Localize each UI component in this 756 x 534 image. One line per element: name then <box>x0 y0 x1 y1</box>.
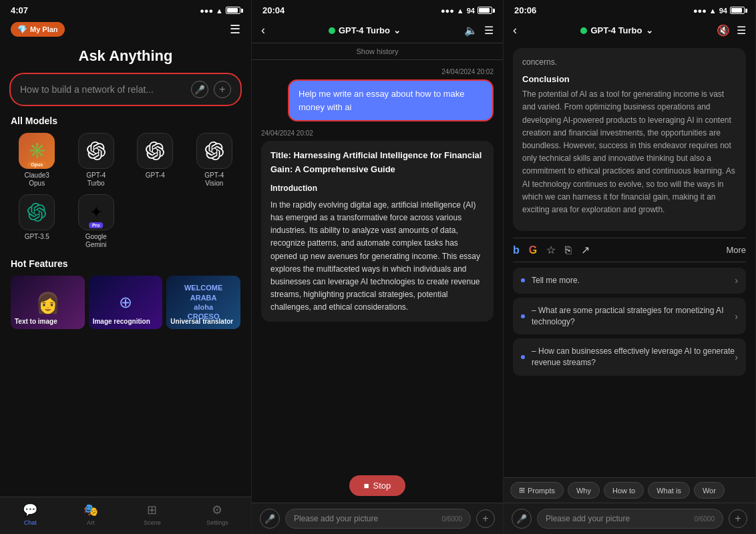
chat-count-3: 0/6000 <box>694 515 715 523</box>
prompt-chip-label-0: Prompts <box>528 487 555 495</box>
model-chevron-3: ⌄ <box>646 25 653 35</box>
feature-label-1: Text to image <box>15 318 57 325</box>
time-2: 20:04 <box>262 5 285 15</box>
chat-input-field-2[interactable]: Please add your picture 0/6000 <box>285 509 471 529</box>
claude-name: Claude3Opus <box>25 172 49 188</box>
hamburger-icon[interactable]: ☰ <box>230 22 240 37</box>
battery-level-3: 94 <box>719 7 727 15</box>
menu-icon-3[interactable]: ☰ <box>737 24 746 37</box>
nav-art-label: Art <box>87 519 95 526</box>
status-icons-3: ●●● ▲ 94 <box>693 7 745 15</box>
chat-input-bar-3: 🎤 Please add your picture 0/6000 + <box>504 503 755 534</box>
gpt35-name: GPT-3.5 <box>25 233 49 241</box>
suggestion-2[interactable]: – What are some practical strategies for… <box>513 298 746 335</box>
prompt-chip-howto[interactable]: How to <box>604 482 644 499</box>
mic-button-3[interactable]: 🎤 <box>512 509 532 529</box>
openai-svg <box>87 142 106 160</box>
model-selector-3[interactable]: GPT-4 Turbo ⌄ <box>580 25 652 35</box>
share-icon[interactable]: ↗ <box>581 244 590 256</box>
suggestion-arrow-1: › <box>735 275 738 286</box>
nav-scene[interactable]: ⊞ Scene <box>144 503 161 526</box>
show-history[interactable]: Show history <box>252 43 503 60</box>
model-item-gpt4v[interactable]: GPT-4Vision <box>188 133 241 188</box>
nav-settings[interactable]: ⚙ Settings <box>206 503 228 526</box>
my-plan-badge[interactable]: 💎 My Plan <box>11 22 65 37</box>
prompt-chip-prompts[interactable]: ⊞ Prompts <box>510 482 564 499</box>
user-timestamp: 24/04/2024 20:02 <box>261 68 494 75</box>
gpt4t-name: GPT-4Turbo <box>86 172 106 188</box>
suggestion-1[interactable]: Tell me more. › <box>513 268 746 294</box>
nav-chat-label: Chat <box>24 519 37 526</box>
gpt4v-name: GPT-4Vision <box>204 172 224 188</box>
add-button-2[interactable]: + <box>476 509 495 528</box>
chat-input-placeholder-2: Please add your picture <box>294 514 378 523</box>
gemini-badge: Pro <box>89 222 104 228</box>
claude-icon: ✳️ Opus <box>19 133 55 169</box>
battery-level-2: 94 <box>467 7 475 15</box>
model-status-dot-3 <box>580 27 587 34</box>
suggestion-text-3: – How can businesses effectively leverag… <box>532 346 735 368</box>
models-section-title: All Models <box>0 115 251 133</box>
signal-icon-2: ●●● <box>441 7 454 15</box>
suggestion-arrow-2: › <box>735 311 738 322</box>
chat-input-placeholder-3: Please add your picture <box>546 514 630 523</box>
mic-button-2[interactable]: 🎤 <box>260 509 280 529</box>
model-selector-2[interactable]: GPT-4 Turbo ⌄ <box>329 25 401 35</box>
suggestion-dot-3 <box>521 355 525 359</box>
back-button-3[interactable]: ‹ <box>513 23 517 37</box>
add-button-3[interactable]: + <box>729 509 747 528</box>
art-nav-icon: 🎭 <box>83 503 98 517</box>
scene-nav-icon: ⊞ <box>147 503 157 517</box>
feature-label-3: Universal translator <box>170 318 233 325</box>
suggestion-3[interactable]: – How can businesses effectively leverag… <box>513 338 746 376</box>
bookmark-icon[interactable]: ☆ <box>546 244 556 256</box>
menu-icon-2[interactable]: ☰ <box>484 24 494 37</box>
ai-title: Title: Harnessing Artificial Intelligenc… <box>270 149 484 177</box>
gpt35-icon <box>19 194 55 230</box>
copy-icon[interactable]: ⎘ <box>565 244 572 256</box>
search-placeholder: How to build a network of relat... <box>20 84 186 95</box>
model-item-gpt4[interactable]: GPT-4 <box>129 133 182 188</box>
mic-button[interactable]: 🎤 <box>191 81 208 98</box>
stop-button[interactable]: ■ Stop <box>349 475 406 496</box>
prompt-chip-whatis[interactable]: What is <box>648 482 690 499</box>
prompt-chip-why[interactable]: Why <box>568 482 600 499</box>
ai-intro-heading: Introduction <box>270 182 484 195</box>
model-item-gemini[interactable]: ✦ Pro GoogleGemini <box>70 194 123 249</box>
feature-translator[interactable]: WELCOMEARABAalohaCROESO Universal transl… <box>166 276 240 329</box>
prompts-icon: ⊞ <box>519 486 525 495</box>
user-message: Help me write an essay about how to make… <box>288 79 494 121</box>
gpt4-name: GPT-4 <box>146 172 165 180</box>
nav-art[interactable]: 🎭 Art <box>83 503 98 526</box>
wifi-icon-2: ▲ <box>457 7 464 15</box>
time-1: 4:07 <box>11 5 28 15</box>
search-box[interactable]: How to build a network of relat... 🎤 + <box>9 73 242 106</box>
add-button[interactable]: + <box>214 81 231 98</box>
wifi-icon: ▲ <box>216 7 223 15</box>
model-item-gpt35[interactable]: GPT-3.5 <box>11 194 63 249</box>
chat-input-field-3[interactable]: Please add your picture 0/6000 <box>537 509 723 529</box>
prompt-chip-label-1: Why <box>576 487 591 495</box>
model-item-gpt4t[interactable]: GPT-4Turbo <box>70 133 123 188</box>
volume-icon[interactable]: 🔈 <box>464 24 478 37</box>
bing-icon[interactable]: b <box>513 244 520 256</box>
claude-badge: Opus <box>27 162 46 168</box>
model-item-claude[interactable]: ✳️ Opus Claude3Opus <box>11 133 63 188</box>
concerns-text: concerns. <box>522 56 737 69</box>
model-chevron-2: ⌄ <box>393 25 401 35</box>
conclusion-body: The potential of AI as a tool for genera… <box>522 88 737 216</box>
nav-chat[interactable]: 💬 Chat <box>23 503 37 526</box>
settings-nav-icon: ⚙ <box>212 503 222 517</box>
feature-image-recognition[interactable]: ⊕ Image recognition <box>89 276 163 329</box>
mute-icon[interactable]: 🔇 <box>717 24 730 37</box>
google-icon[interactable]: G <box>529 244 537 256</box>
suggestion-text-2: – What are some practical strategies for… <box>532 305 735 328</box>
ai-intro-text: In the rapidly evolving digital age, art… <box>270 199 484 314</box>
prompt-chip-wor[interactable]: Wor <box>694 482 725 499</box>
conclusion-heading: Conclusion <box>522 74 737 84</box>
feature-text-to-image[interactable]: 👩 Text to image <box>11 276 85 329</box>
action-bar: b G ☆ ⎘ ↗ More <box>513 238 746 262</box>
my-plan-label: My Plan <box>30 25 58 33</box>
more-label[interactable]: More <box>726 245 746 255</box>
back-button-2[interactable]: ‹ <box>261 23 265 37</box>
